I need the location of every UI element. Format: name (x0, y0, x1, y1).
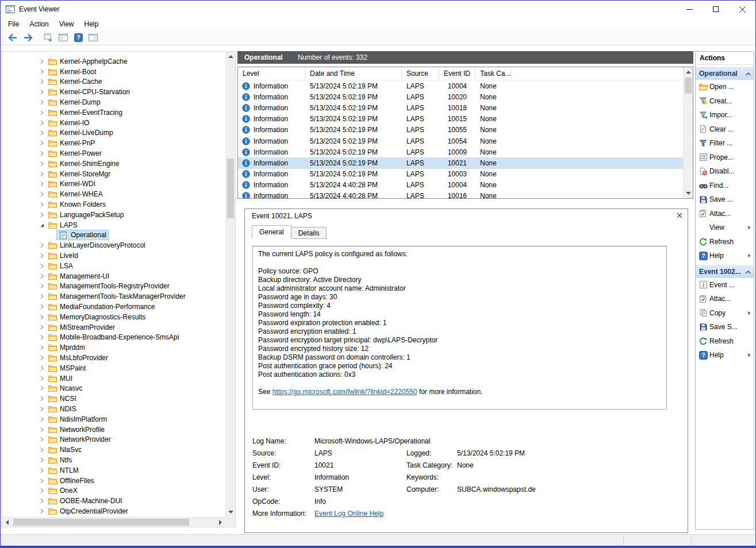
tree-item-kernel-wdi[interactable]: Kernel-WDI (2, 179, 225, 190)
tree-item-networkprofile[interactable]: NetworkProfile (2, 424, 225, 435)
chevron-collapsed-icon[interactable] (38, 468, 46, 473)
close-preview-icon[interactable] (677, 213, 682, 218)
chevron-collapsed-icon[interactable] (38, 263, 46, 269)
action-open[interactable]: Open ... (696, 80, 754, 94)
tab-details[interactable]: Details (291, 227, 327, 239)
chevron-collapsed-icon[interactable] (38, 110, 46, 115)
chevron-collapsed-icon[interactable] (38, 345, 46, 350)
tree-item-kernel-cache[interactable]: Kernel-Cache (2, 77, 225, 87)
action-clear[interactable]: Clear ... (696, 122, 754, 137)
chevron-collapsed-icon[interactable] (38, 212, 46, 218)
action-copy[interactable]: Copy (696, 306, 754, 321)
tree-item-ndis[interactable]: NDIS (2, 404, 225, 414)
actions-group-operational[interactable]: Operational (696, 67, 754, 80)
chevron-collapsed-icon[interactable] (38, 130, 46, 136)
tree-hscroll-thumb[interactable] (13, 519, 189, 526)
action-refresh[interactable]: Refresh (696, 235, 754, 249)
chevron-collapsed-icon[interactable] (38, 273, 46, 279)
tree-item-kernel-shimengine[interactable]: Kernel-ShimEngine (2, 159, 225, 169)
tree-item-kernel-eventtracing[interactable]: Kernel-EventTracing (2, 107, 225, 118)
chevron-collapsed-icon[interactable] (38, 376, 46, 381)
action-event[interactable]: Event ... (696, 278, 754, 292)
chevron-collapsed-icon[interactable] (38, 283, 46, 289)
action-save[interactable]: Save ... (696, 192, 754, 207)
chevron-collapsed-icon[interactable] (38, 171, 46, 177)
tree-item-laps[interactable]: LAPS (2, 220, 225, 230)
tree-item-ntlm[interactable]: NTLM (2, 465, 225, 476)
chevron-collapsed-icon[interactable] (38, 59, 46, 64)
chevron-collapsed-icon[interactable] (38, 488, 46, 493)
tree-item-ncasvc[interactable]: Ncasvc (2, 384, 225, 394)
scroll-right-icon[interactable] (216, 518, 225, 527)
chevron-collapsed-icon[interactable] (38, 150, 46, 156)
chevron-collapsed-icon[interactable] (38, 385, 46, 391)
toolbar-console-tree-icon[interactable] (56, 31, 71, 45)
tree-item-kernel-cpu-starvation[interactable]: Kernel-CPU-Starvation (2, 87, 225, 97)
fwlink-link[interactable]: https://go.microsoft.com/fwlink/?linkid=… (273, 388, 417, 396)
tree-item-oobe-machine-dui[interactable]: OOBE-Machine-DUI (2, 496, 225, 506)
tree-item-kernel-storemgr[interactable]: Kernel-StoreMgr (2, 169, 225, 179)
chevron-collapsed-icon[interactable] (38, 498, 46, 504)
event-row[interactable]: Information5/13/2024 5:02:19 PMLAPS10054… (238, 136, 683, 146)
tree-item-onex[interactable]: OneX (2, 485, 225, 496)
event-list-scroll-thumb[interactable] (685, 78, 692, 94)
action-filter[interactable]: Filter ... (696, 136, 754, 150)
chevron-collapsed-icon[interactable] (38, 365, 46, 371)
chevron-collapsed-icon[interactable] (38, 416, 46, 422)
tree-item-languagepacksetup[interactable]: LanguagePackSetup (2, 210, 225, 220)
minimize-button[interactable] (676, 1, 703, 18)
chevron-collapsed-icon[interactable] (38, 457, 46, 463)
chevron-collapsed-icon[interactable] (38, 334, 46, 340)
tree-item-kernel-apphelpcache[interactable]: Kernel-ApphelpCache (2, 56, 225, 67)
tree-item-lsa[interactable]: LSA (2, 261, 225, 271)
tree-item-managementtools-registryprovider[interactable]: ManagementTools-RegistryProvider (2, 281, 225, 292)
event-row[interactable]: Information5/13/2024 5:02:19 PMLAPS10003… (238, 169, 683, 180)
tree-item-kernel-io[interactable]: Kernel-IO (2, 118, 225, 128)
toolbar-action-pane-icon[interactable] (86, 31, 101, 45)
tree-item-mobile-broadband-experience-smsapi[interactable]: Mobile-Broadband-Experience-SmsApi (2, 333, 225, 343)
column-header-task-ca[interactable]: Task Ca... (475, 67, 511, 80)
action-impor[interactable]: Impor... (696, 108, 754, 122)
chevron-collapsed-icon[interactable] (38, 478, 46, 484)
menu-view[interactable]: View (54, 19, 79, 29)
tree-item-kernel-boot[interactable]: Kernel-Boot (2, 67, 225, 77)
tree-item-kernel-dump[interactable]: Kernel-Dump (2, 97, 225, 107)
chevron-collapsed-icon[interactable] (38, 325, 46, 330)
action-disabl[interactable]: Disabl... (696, 164, 754, 179)
chevron-collapsed-icon[interactable] (38, 89, 46, 95)
chevron-collapsed-icon[interactable] (38, 304, 46, 310)
tree-item-management-ui[interactable]: Management-UI (2, 271, 225, 281)
chevron-collapsed-icon[interactable] (38, 437, 46, 442)
tree-vertical-scrollbar[interactable] (225, 52, 235, 517)
chevron-collapsed-icon[interactable] (38, 79, 46, 84)
maximize-button[interactable] (703, 1, 729, 18)
chevron-collapsed-icon[interactable] (38, 161, 46, 167)
event-log-online-help-link[interactable]: Event Log Online Help (314, 510, 383, 518)
tree-item-mslbfoprovider[interactable]: MsLbfoProvider (2, 353, 225, 363)
menu-file[interactable]: File (3, 19, 24, 29)
chevron-collapsed-icon[interactable] (38, 294, 46, 299)
event-row[interactable]: Information5/13/2024 5:02:19 PMLAPS10004… (238, 80, 683, 91)
event-row[interactable]: Information5/13/2024 5:02:19 PMLAPS10055… (238, 125, 683, 136)
tree-item-mspaint[interactable]: MSPaint (2, 363, 225, 373)
collapse-icon[interactable] (746, 268, 751, 276)
tree-item-networkprovider[interactable]: NetworkProvider (2, 434, 225, 445)
chevron-collapsed-icon[interactable] (38, 314, 46, 320)
tree-item-mistreamprovider[interactable]: MiStreamProvider (2, 322, 225, 333)
toolbar-help-icon[interactable]: ? (71, 31, 86, 45)
column-header-date-and-time[interactable]: Date and Time (305, 67, 402, 80)
event-row[interactable]: Information5/13/2024 5:02:19 PMLAPS10015… (238, 114, 683, 125)
tree-horizontal-scrollbar[interactable] (2, 517, 225, 527)
chevron-collapsed-icon[interactable] (38, 120, 46, 126)
title-bar[interactable]: Event Viewer (1, 1, 755, 18)
chevron-collapsed-icon[interactable] (38, 406, 46, 412)
scroll-up-icon[interactable] (684, 67, 693, 77)
event-row[interactable]: Information5/13/2024 5:02:19 PMLAPS10021… (238, 157, 683, 168)
chevron-collapsed-icon[interactable] (38, 447, 46, 453)
chevron-expanded-icon[interactable] (38, 222, 46, 228)
column-header-event-id[interactable]: Event ID (439, 67, 475, 80)
column-header-source[interactable]: Source (402, 67, 439, 80)
scroll-down-icon[interactable] (226, 507, 236, 517)
chevron-collapsed-icon[interactable] (38, 99, 46, 105)
chevron-collapsed-icon[interactable] (38, 427, 46, 433)
